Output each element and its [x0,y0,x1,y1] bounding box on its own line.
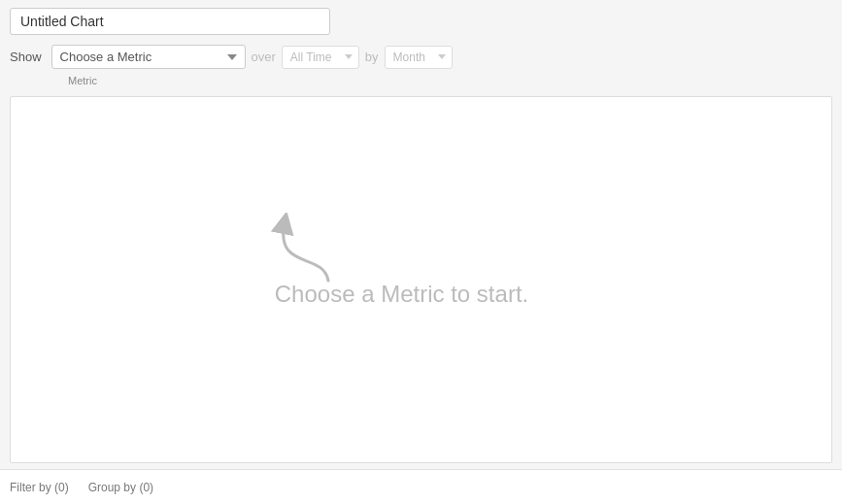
arrow-container [255,213,353,290]
chart-area: Choose a Metric to start. [10,96,832,463]
chart-placeholder: Choose a Metric to start. [255,213,528,308]
show-label: Show [10,50,42,64]
over-label: over [252,50,276,64]
title-bar [0,0,842,41]
interval-select[interactable]: MonthWeekDayYear [385,46,453,69]
chart-title-input[interactable] [10,8,330,35]
page-container: Show Choose a Metric over All TimeLast 7… [0,0,842,504]
filter-by-button[interactable]: Filter by (0) [10,481,69,494]
metric-select[interactable]: Choose a Metric [51,45,246,69]
footer-bar: Filter by (0) Group by (0) [0,469,842,504]
controls-bar: Show Choose a Metric over All TimeLast 7… [0,41,842,73]
by-label: by [365,50,379,64]
metric-hint: Metric [0,73,842,92]
group-by-button[interactable]: Group by (0) [88,481,153,494]
time-period-select[interactable]: All TimeLast 7 DaysLast 30 DaysLast 90 D… [282,46,359,69]
curved-arrow-icon [255,213,353,290]
